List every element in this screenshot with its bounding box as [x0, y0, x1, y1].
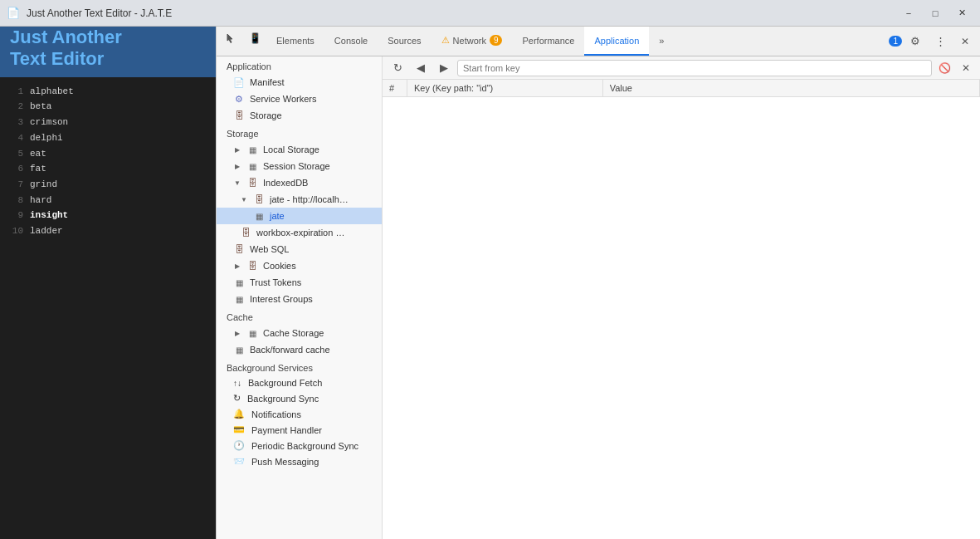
jate-db-icon: 🗄 [253, 194, 265, 205]
line-text: insight [30, 208, 68, 223]
expand-toggle: ▼ [240, 195, 248, 203]
interest-groups-icon: ▦ [233, 293, 245, 305]
sidebar-item-indexeddb[interactable]: ▼ 🗄 IndexedDB [217, 174, 382, 191]
push-icon: 📨 [233, 456, 245, 467]
tab-elements[interactable]: Elements [266, 27, 324, 56]
local-storage-icon: ▦ [246, 144, 258, 155]
expand-toggle: ▶ [233, 162, 241, 170]
editor-line: 4delphi [10, 130, 206, 146]
tab-network[interactable]: ⚠ Network 9 [431, 27, 513, 56]
sidebar-item-workbox[interactable]: 🗄 workbox-expiration - http://... [217, 224, 382, 241]
jate-table-icon: ▦ [253, 210, 265, 222]
editor-body: Just Another Text Editor 1alphabet2beta3… [0, 27, 216, 539]
devtools-body: Application 📄 Manifest ⚙ Service Workers… [217, 56, 980, 539]
line-text: ladder [30, 223, 63, 239]
trust-tokens-icon: ▦ [233, 277, 245, 288]
cache-storage-icon: ▦ [246, 327, 258, 339]
devtools-toolbar: ↻ ◀ ▶ 🚫 ✕ [383, 56, 980, 80]
sidebar-item-trust-tokens[interactable]: ▦ Trust Tokens [217, 274, 382, 291]
line-text: hard [30, 193, 51, 208]
sidebar-section-background: Background Services [217, 358, 382, 375]
editor-line: 2beta [10, 99, 206, 115]
inspect-icon-btn[interactable] [220, 27, 243, 50]
editor-line: 7grind [10, 177, 206, 193]
sidebar-item-payment-handler[interactable]: 💳 Payment Handler [217, 422, 382, 438]
payment-icon: 💳 [233, 424, 245, 435]
sidebar-item-push-messaging[interactable]: 📨 Push Messaging [217, 453, 382, 469]
sidebar-item-notifications[interactable]: 🔔 Notifications [217, 406, 382, 422]
notifications-icon: 🔔 [233, 409, 245, 419]
editor-line: 5eat [10, 146, 206, 162]
line-number: 7 [10, 177, 23, 193]
web-sql-icon: 🗄 [233, 243, 245, 255]
tab-application[interactable]: Application [584, 27, 649, 56]
sidebar-item-bg-sync[interactable]: ↻ Background Sync [217, 390, 382, 406]
tab-console[interactable]: Console [324, 27, 378, 56]
back-btn[interactable]: ◀ [411, 59, 431, 77]
line-number: 4 [10, 130, 23, 146]
sidebar-item-cookies[interactable]: ▶ 🗄 Cookies [217, 257, 382, 274]
line-number: 9 [10, 208, 23, 223]
minimize-button[interactable]: − [897, 5, 920, 22]
maximize-button[interactable]: □ [924, 5, 947, 22]
col-key: Key (Key path: "id") [407, 80, 603, 96]
sidebar-item-manifest[interactable]: 📄 Manifest [217, 74, 382, 91]
sidebar-section-storage: Storage [217, 124, 382, 141]
sidebar-item-storage[interactable]: 🗄 Storage [217, 107, 382, 124]
storage-icon: 🗄 [233, 110, 245, 121]
key-search-input[interactable] [457, 60, 932, 76]
editor-lines: 1alphabet2beta3crimson4delphi5eat6fat7gr… [10, 84, 206, 239]
sidebar-item-web-sql[interactable]: 🗄 Web SQL [217, 241, 382, 257]
line-text: beta [30, 99, 51, 115]
sidebar-item-service-workers[interactable]: ⚙ Service Workers [217, 91, 382, 107]
titlebar: 📄 Just Another Text Editor - J.A.T.E − □… [0, 0, 980, 27]
no-entry-btn[interactable]: 🚫 [935, 59, 953, 77]
sidebar-item-session-storage[interactable]: ▶ ▦ Session Storage [217, 158, 382, 174]
editor-line: 1alphabet [10, 84, 206, 100]
clear-btn[interactable]: ✕ [957, 59, 975, 77]
devtools-close-btn[interactable]: ✕ [953, 30, 977, 53]
line-number: 6 [10, 161, 23, 177]
info-badge: 1 [889, 36, 902, 47]
expand-toggle: ▶ [233, 145, 241, 154]
main-area: J.A.T.E Just Another Text Editor Just An… [0, 27, 980, 539]
close-button[interactable]: ✕ [950, 5, 973, 22]
settings-icon-btn[interactable]: ⚙ [904, 30, 927, 53]
sidebar-item-cache-storage[interactable]: ▶ ▦ Cache Storage [217, 325, 382, 341]
periodic-sync-icon: 🕐 [233, 440, 245, 451]
more-options-btn[interactable]: ⋮ [929, 30, 952, 53]
titlebar-left: 📄 Just Another Text Editor - J.A.T.E [7, 7, 172, 19]
tab-more[interactable]: » [649, 27, 674, 56]
line-text: fat [30, 161, 46, 177]
devtools-panel: 📱 Elements Console Sources ⚠ Network 9 P… [216, 27, 980, 539]
col-hash: # [383, 80, 407, 96]
line-text: crimson [30, 115, 68, 130]
devtools-table: # Key (Key path: "id") Value [383, 80, 980, 539]
refresh-btn[interactable]: ↻ [388, 59, 407, 77]
tab-sources[interactable]: Sources [378, 27, 431, 56]
editor-line: 9insight [10, 208, 206, 223]
service-worker-icon: ⚙ [233, 93, 245, 105]
table-header: # Key (Key path: "id") Value [383, 80, 980, 97]
sidebar-item-back-forward-cache[interactable]: ▦ Back/forward cache [217, 341, 382, 358]
cookies-icon: 🗄 [246, 260, 258, 272]
tab-performance[interactable]: Performance [512, 27, 584, 56]
back-forward-cache-icon: ▦ [233, 344, 245, 355]
sidebar-item-interest-groups[interactable]: ▦ Interest Groups [217, 291, 382, 307]
sidebar-item-periodic-bg-sync[interactable]: 🕐 Periodic Background Sync [217, 438, 382, 453]
editor-line: 8hard [10, 193, 206, 208]
sidebar-section-application: Application [217, 56, 382, 74]
sidebar-item-bg-fetch[interactable]: ↑↓ Background Fetch [217, 375, 382, 390]
session-storage-icon: ▦ [246, 160, 258, 172]
titlebar-title: Just Another Text Editor - J.A.T.E [27, 7, 172, 19]
sidebar-item-local-storage[interactable]: ▶ ▦ Local Storage [217, 141, 382, 158]
expand-toggle: ▶ [233, 329, 241, 337]
devtools-sidebar: Application 📄 Manifest ⚙ Service Workers… [217, 56, 383, 539]
sidebar-item-jate-db[interactable]: ▼ 🗄 jate - http://localhost:3000 [217, 191, 382, 208]
forward-btn[interactable]: ▶ [434, 59, 454, 77]
warning-icon: ⚠ [441, 35, 450, 46]
line-number: 10 [10, 223, 23, 239]
device-icon-btn[interactable]: 📱 [243, 27, 266, 50]
editor-header-text: Just Another Text Editor [10, 27, 206, 71]
sidebar-item-jate-table[interactable]: ▦ jate [217, 208, 382, 224]
